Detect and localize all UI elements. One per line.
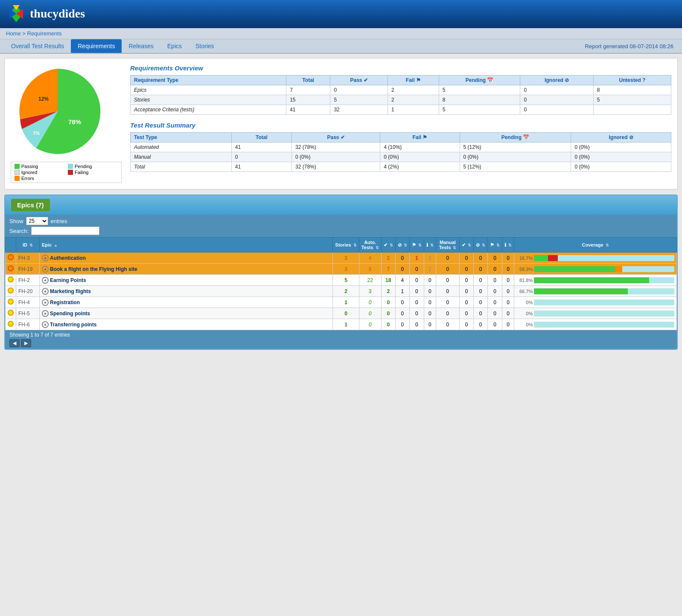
show-label: Show (9, 218, 23, 224)
table-row: Acceptance Criteria (tests) 41 32 1 5 0 (131, 105, 671, 115)
nav-tabs: Overall Test Results Requirements Releas… (0, 39, 682, 54)
epic-row: FH-19 +Book a flight on the Flying High … (6, 264, 677, 275)
col-fail: Fail ⚑ (388, 76, 439, 85)
epics-header: Epics (7) (5, 195, 677, 215)
requirements-overview-area: Requirements Overview Requirement Type T… (130, 64, 671, 183)
tab-overall-test-results[interactable]: Overall Test Results (4, 39, 71, 53)
col-fail2: Fail ⚑ (380, 133, 460, 142)
legend-ignored: Ignored (15, 170, 64, 175)
tab-stories[interactable]: Stories (189, 39, 221, 53)
col-total2: Total (231, 133, 291, 142)
col-stories[interactable]: Stories ⇅ (333, 238, 359, 253)
next-page-button[interactable]: ▶ (21, 339, 31, 347)
col-test-type: Test Type (131, 133, 232, 142)
col-ignored2: Ignored ⊘ (571, 133, 671, 142)
chart-legend: Passing Pending Ignored Failing Errors (11, 162, 122, 183)
col-auto-pending[interactable]: ℹ ⇅ (424, 238, 436, 253)
req-overview-title: Requirements Overview (130, 64, 671, 72)
legend-passing: Passing (15, 164, 64, 169)
col-auto-fail[interactable]: ⚑ ⇅ (409, 238, 424, 253)
entries-select[interactable]: 25 10 50 100 (26, 217, 48, 225)
svg-text:12%: 12% (38, 96, 49, 102)
col-auto-tests[interactable]: Auto.Tests ⇅ (359, 238, 381, 253)
table-row: Total 41 32 (78%) 4 (2%) 5 (12%) 0 (0%) (131, 162, 671, 172)
col-ignored: Ignored ⊘ (520, 76, 593, 85)
breadcrumb: Home > Requirements (0, 28, 682, 39)
legend-failing: Failing (68, 170, 118, 175)
table-row: Stories 15 5 2 8 0 5 (131, 95, 671, 105)
epics-title-button[interactable]: Epics (7) (11, 199, 50, 211)
epic-row: FH-5 +Spending points 0 0 0 0 0 0 0 0 0 … (6, 308, 677, 319)
svg-text:78%: 78% (68, 118, 81, 125)
svg-text:7%: 7% (33, 131, 40, 136)
show-entries-row: Show 25 10 50 100 entries (9, 217, 673, 225)
main-content: 78% 12% 7% Passing Pending Ignored (0, 54, 682, 354)
tab-epics[interactable]: Epics (160, 39, 189, 53)
table-row: Automated 41 32 (78%) 4 (10%) 5 (12%) 0 … (131, 142, 671, 152)
col-id[interactable]: ID ⇅ (16, 238, 40, 253)
col-manual-ignored[interactable]: ⊘ ⇅ (474, 238, 488, 253)
pie-chart: 78% 12% 7% (11, 64, 105, 158)
search-row: Search: (9, 227, 673, 235)
tab-releases[interactable]: Releases (122, 39, 160, 53)
col-untested: Untested ? (593, 76, 671, 85)
table-row: Manual 0 0 (0%) 0 (0%) 0 (0%) 0 (0%) (131, 152, 671, 162)
col-pass: Pass ✔ (330, 76, 388, 85)
epic-row: FH-3 +Authentication 3 4 2 0 1 1 0 0 0 0… (6, 253, 677, 264)
col-req-type: Requirement Type (131, 76, 286, 85)
col-coverage[interactable]: Coverage ⇅ (514, 238, 677, 253)
tab-requirements[interactable]: Requirements (71, 39, 122, 53)
requirements-overview-table: Requirement Type Total Pass ✔ Fail ⚑ Pen… (130, 75, 671, 115)
col-status (6, 238, 16, 253)
col-manual-pending[interactable]: ℹ ⇅ (502, 238, 514, 253)
epic-row: FH-2 +Earning Points 5 22 18 4 0 0 0 0 0… (6, 275, 677, 286)
col-pass2: Pass ✔ (292, 133, 380, 142)
col-auto-ignored[interactable]: ⊘ ⇅ (395, 238, 409, 253)
col-manual-tests[interactable]: ManualTests ⇅ (436, 238, 459, 253)
showing-entries: Showing 1 to 7 of 7 entries (9, 332, 70, 338)
table-row: Epics 7 0 2 5 0 8 (131, 85, 671, 95)
legend-errors: Errors (15, 176, 64, 181)
col-total: Total (286, 76, 330, 85)
col-auto-pass[interactable]: ✔ ⇅ (381, 238, 395, 253)
search-label: Search: (9, 228, 29, 234)
legend-pending: Pending (68, 164, 118, 169)
col-epic[interactable]: Epic ▲ (40, 238, 333, 253)
report-timestamp: Report generated 08-07-2014 08:26 (581, 40, 678, 53)
test-result-summary-table: Test Type Total Pass ✔ Fail ⚑ Pending 📅 … (130, 132, 671, 172)
thucydides-logo-icon (7, 4, 26, 23)
epic-row: FH-6 +Transferring points 1 0 0 0 0 0 0 … (6, 319, 677, 330)
epics-footer: Showing 1 to 7 of 7 entries ◀ ▶ (5, 330, 677, 349)
col-manual-fail[interactable]: ⚑ ⇅ (488, 238, 502, 253)
chart-area: 78% 12% 7% Passing Pending Ignored (11, 64, 122, 183)
app-header: thucydides (0, 0, 682, 28)
col-pending: Pending 📅 (439, 76, 520, 85)
epics-table: ID ⇅ Epic ▲ Stories ⇅ Auto.Tests ⇅ ✔ ⇅ ⊘… (5, 237, 677, 330)
epics-controls: Show 25 10 50 100 entries Search: (5, 215, 677, 237)
epics-section: Epics (7) Show 25 10 50 100 entries Sear… (4, 195, 678, 350)
entries-label: entries (51, 218, 67, 224)
col-manual-pass[interactable]: ✔ ⇅ (459, 238, 473, 253)
pagination: ◀ ▶ (9, 339, 673, 347)
summary-title: Test Result Summary (130, 122, 671, 129)
search-input[interactable] (31, 227, 99, 235)
epic-row: FH-4 +Registration 1 0 0 0 0 0 0 0 0 0 0… (6, 297, 677, 308)
overview-card: 78% 12% 7% Passing Pending Ignored (4, 58, 678, 189)
prev-page-button[interactable]: ◀ (9, 339, 20, 347)
app-title: thucydides (30, 7, 85, 20)
col-pending2: Pending 📅 (460, 133, 571, 142)
epic-row: FH-20 +Marketing flights 2 3 2 1 0 0 0 0… (6, 286, 677, 297)
